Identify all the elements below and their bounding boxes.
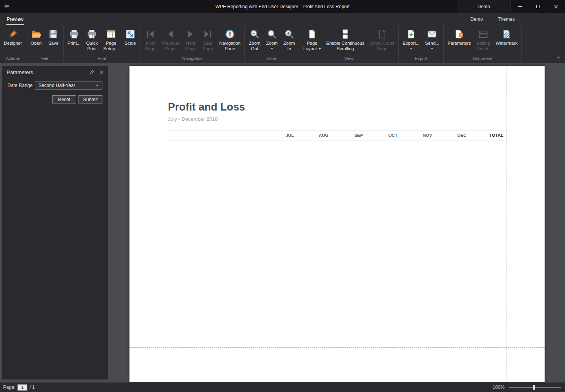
- margin-guide-top: [129, 99, 545, 99]
- report-header-row: JULAUGSEPOCTNOVDECTOTAL: [168, 131, 507, 140]
- date-range-label: Date Range: [7, 83, 35, 88]
- app-menu-icon[interactable]: [4, 4, 9, 9]
- ribbon-button-designer[interactable]: Designer: [1, 27, 25, 47]
- ribbon-button-zoom[interactable]: Zoom: [263, 27, 281, 50]
- submit-button[interactable]: Submit: [78, 95, 102, 103]
- ribbon-button-zoom-in[interactable]: Zoom In: [281, 27, 298, 52]
- printer-icon: [68, 28, 80, 40]
- ribbon-right-items: Demo Themes: [470, 16, 515, 22]
- report-title: Profit and Loss: [168, 101, 507, 113]
- report-page: Profit and Loss July - December 2018 JUL…: [129, 66, 545, 382]
- tab-themes[interactable]: Themes: [498, 16, 515, 22]
- ribbon-group-label: Export: [400, 56, 442, 62]
- ribbon-button-page-layout[interactable]: Page Layout: [301, 27, 324, 52]
- parameters-panel-tools: [88, 69, 105, 75]
- ribbon-button-send[interactable]: Send...: [422, 27, 442, 50]
- ribbon-button-label: Next Page: [185, 41, 196, 51]
- quick-print-icon: [86, 28, 98, 40]
- ribbon-button-quick-print[interactable]: Quick Print: [83, 27, 100, 52]
- navigation-pane-icon: [224, 28, 236, 40]
- ribbon-button-export[interactable]: Export...: [400, 27, 422, 50]
- ribbon-group-zoom: Zoom OutZoomZoom InZoom: [245, 25, 299, 63]
- dropdown-caret-icon: [431, 48, 433, 49]
- date-range-dropdown[interactable]: Second Half-Year: [35, 81, 102, 90]
- ribbon-button-label: Previous Page: [162, 41, 179, 51]
- ribbon-button-label: Zoom: [266, 41, 277, 46]
- ribbon-group-actions: DesignerActions: [0, 25, 26, 63]
- ribbon-tab-row: Preview Demo Themes: [0, 13, 565, 25]
- ribbon-button-editing-fields: Editing Fields: [474, 27, 493, 52]
- ribbon-group-document: ?ParametersEditing FieldsWatermarkDocume…: [444, 25, 522, 63]
- tab-preview[interactable]: Preview: [6, 14, 24, 25]
- column-header: NOV: [401, 131, 435, 140]
- column-header: SEP: [332, 131, 366, 140]
- page-number-input[interactable]: [17, 384, 27, 391]
- ribbon-group-print: Print...Quick PrintPage Setup...ScalePri…: [64, 25, 140, 63]
- page-total-label: / 1: [29, 385, 35, 390]
- ribbon-button-label: Designer: [4, 41, 22, 46]
- report-content: Profit and Loss July - December 2018 JUL…: [168, 101, 507, 140]
- ribbon-button-open[interactable]: Open: [27, 27, 45, 47]
- ribbon-group-label: Actions: [1, 56, 25, 62]
- save-icon: [47, 28, 59, 40]
- ribbon-group-label: View: [301, 56, 397, 62]
- parameters-panel-header: Parameters: [2, 66, 108, 78]
- designer-icon: [7, 28, 19, 40]
- maximize-button[interactable]: [529, 0, 547, 13]
- zoom-slider-track: [509, 387, 561, 388]
- dropdown-caret-icon: [271, 48, 273, 49]
- reset-button[interactable]: Reset: [52, 95, 76, 103]
- ribbon-button-label: Quick Print: [86, 41, 98, 51]
- report-subtitle: July - December 2018: [168, 116, 507, 122]
- ribbon-button-label: Print...: [67, 41, 80, 46]
- ribbon-button-continuous-scrolling[interactable]: Enable Continuous Scrolling: [324, 27, 367, 52]
- ribbon-button-label: Zoom Out: [249, 41, 260, 51]
- ribbon-button-parameters[interactable]: ?Parameters: [445, 27, 474, 47]
- titlebar: WPF Reporting with End User Designer - P…: [0, 0, 565, 13]
- page-label: Page:: [3, 385, 15, 390]
- minimize-button[interactable]: [511, 0, 529, 13]
- ribbon-group-export: Export...Send...Export: [399, 25, 443, 63]
- zoom-in-icon: [283, 28, 295, 40]
- ribbon-button-label: Open: [31, 41, 42, 46]
- ribbon-group-label: Document: [445, 56, 520, 62]
- tab-demo[interactable]: Demo: [470, 16, 483, 22]
- ribbon-button-scale[interactable]: Scale: [122, 27, 139, 47]
- ribbon-button-save[interactable]: Save: [45, 27, 62, 47]
- titlebar-demo-label[interactable]: Demo: [457, 0, 511, 13]
- svg-text:?: ?: [460, 33, 462, 37]
- profit-loss-table: JULAUGSEPOCTNOVDECTOTAL: [168, 131, 507, 140]
- parameters-panel: Parameters Date Range Second Half-Year: [2, 66, 108, 380]
- zoom-slider[interactable]: [509, 385, 561, 390]
- ribbon-group-label: Zoom: [246, 56, 298, 62]
- ribbon-button-label: Editing Fields: [476, 41, 490, 51]
- ribbon-button-label: Page Setup...: [103, 41, 119, 51]
- close-icon: [100, 70, 104, 74]
- column-header: JUL: [262, 131, 297, 140]
- ribbon-button-navigation-pane[interactable]: Navigation Pane: [217, 27, 243, 52]
- close-button[interactable]: [547, 0, 565, 13]
- last-page-icon: [202, 28, 214, 40]
- next-page-icon: [185, 28, 197, 40]
- ribbon-button-last-page: Last Page: [199, 27, 217, 52]
- zoom-out-icon: [249, 28, 261, 40]
- chevron-up-icon: [556, 56, 560, 59]
- ribbon-collapse-button[interactable]: [556, 53, 560, 60]
- column-header: OCT: [366, 131, 401, 140]
- pin-button[interactable]: [88, 69, 95, 75]
- zoom-slider-thumb[interactable]: [533, 385, 535, 390]
- minimize-icon: [518, 6, 522, 7]
- ribbon-button-page-setup[interactable]: Page Setup...: [100, 27, 122, 52]
- panel-close-button[interactable]: [98, 69, 105, 75]
- ribbon-button-watermark[interactable]: Watermark: [493, 27, 520, 47]
- close-icon: [554, 5, 558, 9]
- zoom-controls: 100%: [492, 385, 562, 390]
- ribbon-button-print[interactable]: Print...: [65, 27, 83, 47]
- watermark-icon: [501, 28, 512, 40]
- zoom-percent-label: 100%: [492, 385, 505, 390]
- chevron-down-icon: [96, 85, 99, 86]
- page-setup-icon: [105, 28, 117, 40]
- ribbon-button-next-page: Next Page: [182, 27, 199, 52]
- column-header: TOTAL: [470, 131, 507, 140]
- ribbon-button-zoom-out[interactable]: Zoom Out: [246, 27, 263, 52]
